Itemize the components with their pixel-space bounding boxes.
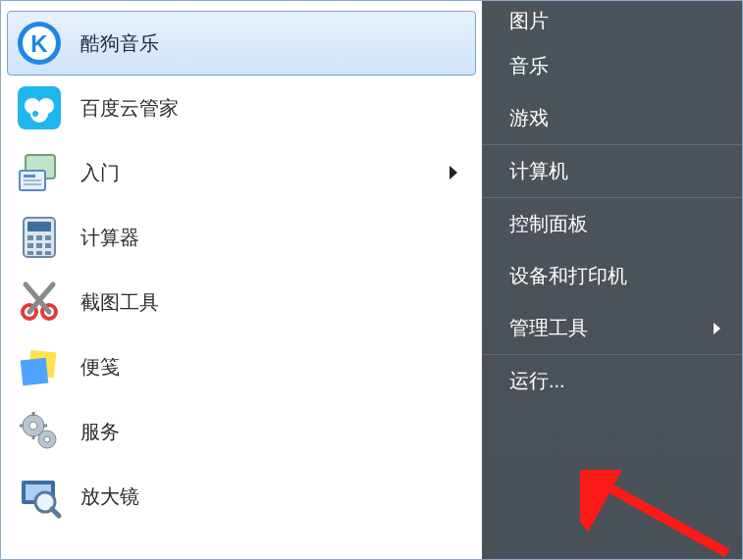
- places-item-label: 控制面板: [509, 211, 588, 237]
- submenu-arrow-icon: [714, 323, 720, 334]
- program-item-label: 入门: [80, 160, 120, 186]
- svg-point-33: [44, 436, 50, 442]
- svg-rect-14: [27, 222, 51, 231]
- annotation-red-arrow: [580, 470, 737, 558]
- gears-icon: [16, 408, 63, 455]
- places-item-devices-printers[interactable]: 设备和打印机: [482, 250, 742, 302]
- svg-rect-15: [27, 235, 33, 240]
- places-item-pictures[interactable]: 图片: [482, 1, 742, 40]
- svg-point-7: [32, 111, 38, 117]
- places-item-label: 计算机: [509, 158, 568, 184]
- svg-rect-23: [45, 251, 51, 255]
- svg-rect-19: [36, 243, 42, 248]
- svg-rect-21: [27, 251, 33, 255]
- places-item-label: 游戏: [509, 105, 549, 131]
- places-item-music[interactable]: 音乐: [482, 40, 742, 92]
- svg-line-27: [26, 284, 49, 312]
- places-item-label: 图片: [509, 8, 549, 34]
- program-item-baidu[interactable]: 百度云管家: [7, 76, 476, 140]
- program-item-label: 酷狗音乐: [80, 30, 159, 57]
- program-item-label: 放大镜: [80, 484, 139, 510]
- places-item-games[interactable]: 游戏: [482, 92, 742, 144]
- start-menu: K 酷狗音乐 百度云管家: [0, 0, 743, 560]
- svg-rect-12: [24, 183, 41, 185]
- svg-line-42: [595, 480, 727, 553]
- svg-rect-22: [36, 251, 42, 255]
- program-item-label: 百度云管家: [80, 95, 179, 122]
- submenu-arrow-icon: [450, 166, 457, 179]
- places-item-label: 管理工具: [509, 315, 588, 341]
- places-item-run[interactable]: 运行...: [482, 355, 742, 407]
- svg-rect-29: [21, 358, 49, 386]
- program-item-snipping-tool[interactable]: 截图工具: [7, 270, 476, 334]
- svg-rect-20: [45, 243, 51, 248]
- baidu-cloud-icon: [16, 84, 63, 131]
- svg-text:K: K: [30, 30, 48, 57]
- calculator-icon: [16, 214, 63, 261]
- getting-started-icon: [16, 149, 63, 196]
- places-item-admin-tools[interactable]: 管理工具: [482, 302, 742, 354]
- magnifier-icon: [16, 473, 63, 520]
- svg-line-41: [52, 509, 59, 516]
- places-item-control-panel[interactable]: 控制面板: [482, 198, 742, 250]
- program-item-magnifier[interactable]: 放大镜: [7, 464, 476, 529]
- program-item-kugou[interactable]: K 酷狗音乐: [7, 11, 476, 76]
- svg-rect-16: [36, 235, 42, 240]
- program-item-services[interactable]: 服务: [7, 399, 476, 464]
- svg-rect-17: [45, 235, 51, 240]
- program-item-getting-started[interactable]: 入门: [7, 140, 476, 205]
- start-menu-programs-pane: K 酷狗音乐 百度云管家: [1, 1, 482, 559]
- svg-point-31: [29, 422, 37, 430]
- program-item-calculator[interactable]: 计算器: [7, 205, 476, 270]
- places-item-label: 音乐: [509, 53, 549, 79]
- scissors-icon: [16, 279, 63, 326]
- kugou-icon: K: [16, 20, 63, 67]
- program-item-sticky-notes[interactable]: 便笺: [7, 334, 476, 399]
- program-item-label: 服务: [80, 419, 120, 445]
- places-item-label: 运行...: [509, 368, 565, 394]
- program-item-label: 便笺: [80, 354, 120, 381]
- program-item-label: 计算器: [80, 225, 139, 251]
- svg-rect-11: [24, 179, 41, 181]
- svg-rect-10: [24, 175, 35, 178]
- svg-line-26: [29, 284, 53, 312]
- svg-rect-18: [27, 243, 33, 248]
- start-menu-places-pane: 图片 音乐 游戏 计算机 控制面板 设备和打印机 管理工具 运行...: [482, 1, 742, 559]
- program-item-label: 截图工具: [80, 289, 159, 316]
- places-item-computer[interactable]: 计算机: [482, 145, 742, 197]
- places-item-label: 设备和打印机: [509, 263, 627, 289]
- sticky-notes-icon: [16, 343, 63, 390]
